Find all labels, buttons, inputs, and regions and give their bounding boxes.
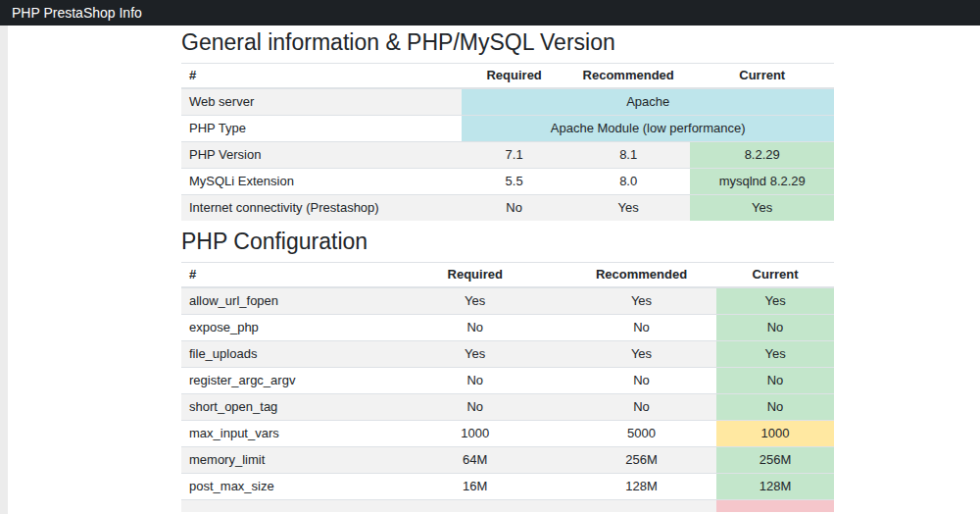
table-row: short_open_tagNoNoNo	[181, 394, 834, 421]
setting-name: memory_limit	[181, 447, 383, 474]
required-value	[383, 500, 565, 513]
recommended-value	[566, 500, 716, 513]
setting-name	[181, 500, 383, 513]
current-value: 8.2.29	[690, 142, 834, 169]
required-value: No	[383, 315, 565, 341]
current-value: Yes	[716, 341, 834, 368]
current-value: mysqlnd 8.2.29	[690, 169, 834, 195]
browser-title-bar: PHP PrestaShop Info	[0, 0, 980, 26]
setting-name: Internet connectivity (Prestashop)	[181, 195, 462, 222]
column-header-name: #	[181, 263, 383, 288]
table-row: allow_url_fopenYesYesYes	[181, 287, 834, 315]
recommended-value: 8.1	[566, 142, 691, 169]
required-value: 16M	[383, 474, 565, 500]
required-value: No	[383, 368, 565, 394]
general-info-table: #RequiredRecommendedCurrentWeb serverApa…	[181, 63, 834, 221]
column-header-current: Current	[690, 64, 834, 89]
recommended-value: No	[566, 368, 716, 394]
current-value: No	[716, 394, 834, 421]
current-value: 128M	[716, 474, 834, 500]
recommended-value: 256M	[566, 447, 716, 474]
current-value	[716, 500, 834, 513]
setting-name: PHP Version	[181, 142, 462, 169]
current-value: 1000	[716, 421, 834, 447]
recommended-value: No	[566, 394, 716, 421]
setting-name: MySQLi Extension	[181, 169, 462, 195]
section-title-general-info: General information & PHP/MySQL Version	[181, 29, 834, 55]
recommended-value: Yes	[566, 287, 716, 315]
recommended-value: No	[566, 315, 716, 341]
table-row	[181, 500, 834, 513]
setting-name: register_argc_argv	[181, 368, 383, 394]
required-value: Yes	[383, 341, 565, 368]
table-row: Web serverApache	[181, 88, 834, 116]
section-php-configuration: PHP Configuration #RequiredRecommendedCu…	[181, 229, 834, 512]
recommended-value: Yes	[566, 195, 691, 222]
section-title-php-configuration: PHP Configuration	[181, 229, 834, 254]
table-row: memory_limit64M256M256M	[181, 447, 834, 474]
span-value: Apache	[462, 88, 834, 116]
recommended-value: 128M	[566, 474, 716, 500]
recommended-value: 8.0	[566, 169, 691, 195]
column-header-required: Required	[462, 64, 566, 89]
table-row: max_input_vars100050001000	[181, 421, 834, 447]
setting-name: post_max_size	[181, 474, 383, 500]
span-value: Apache Module (low performance)	[462, 116, 834, 142]
table-row: post_max_size16M128M128M	[181, 474, 834, 500]
setting-name: allow_url_fopen	[181, 287, 383, 315]
current-value: Yes	[690, 195, 834, 222]
column-header-required: Required	[383, 263, 565, 288]
required-value: No	[383, 394, 565, 421]
table-row: PHP TypeApache Module (low performance)	[181, 116, 834, 142]
current-value: No	[716, 315, 834, 341]
column-header-current: Current	[716, 263, 834, 288]
setting-name: PHP Type	[181, 116, 462, 142]
recommended-value: Yes	[566, 341, 716, 368]
required-value: 64M	[383, 447, 565, 474]
required-value: 5.5	[462, 169, 566, 195]
table-header-row: #RequiredRecommendedCurrent	[181, 64, 834, 89]
table-row: expose_phpNoNoNo	[181, 315, 834, 341]
page-content: General information & PHP/MySQL Version …	[181, 29, 834, 512]
setting-name: Web server	[181, 88, 462, 116]
page-title: PHP PrestaShop Info	[12, 5, 142, 21]
current-value: Yes	[716, 287, 834, 315]
current-value: 256M	[716, 447, 834, 474]
setting-name: expose_php	[181, 315, 383, 341]
setting-name: short_open_tag	[181, 394, 383, 421]
required-value: Yes	[383, 287, 565, 315]
required-value: No	[462, 195, 566, 222]
required-value: 1000	[383, 421, 565, 447]
recommended-value: 5000	[566, 421, 716, 447]
column-header-recommended: Recommended	[566, 64, 691, 89]
table-row: MySQLi Extension5.58.0mysqlnd 8.2.29	[181, 169, 834, 195]
column-header-recommended: Recommended	[566, 263, 716, 288]
php-configuration-table: #RequiredRecommendedCurrentallow_url_fop…	[181, 262, 834, 512]
table-row: PHP Version7.18.18.2.29	[181, 142, 834, 169]
table-header-row: #RequiredRecommendedCurrent	[181, 263, 834, 288]
left-edge-gutter	[0, 26, 8, 514]
table-row: file_uploadsYesYesYes	[181, 341, 834, 368]
required-value: 7.1	[462, 142, 566, 169]
section-general-info: General information & PHP/MySQL Version …	[181, 29, 834, 221]
table-row: register_argc_argvNoNoNo	[181, 368, 834, 394]
current-value: No	[716, 368, 834, 394]
setting-name: file_uploads	[181, 341, 383, 368]
column-header-name: #	[181, 64, 462, 89]
setting-name: max_input_vars	[181, 421, 383, 447]
table-row: Internet connectivity (Prestashop)NoYesY…	[181, 195, 834, 222]
